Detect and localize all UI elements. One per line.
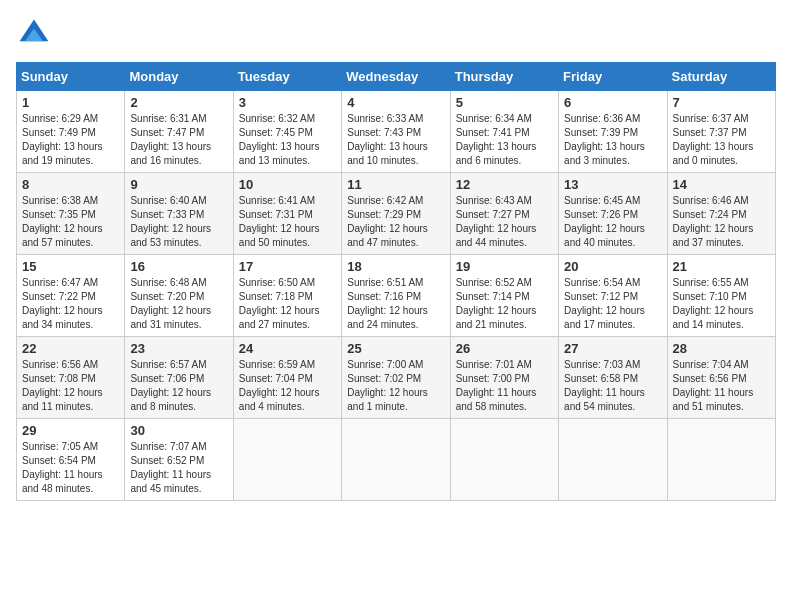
day-number: 10 xyxy=(239,177,336,192)
day-info: Sunrise: 6:55 AM Sunset: 7:10 PM Dayligh… xyxy=(673,276,770,332)
day-info: Sunrise: 7:07 AM Sunset: 6:52 PM Dayligh… xyxy=(130,440,227,496)
day-number: 14 xyxy=(673,177,770,192)
day-number: 22 xyxy=(22,341,119,356)
col-header-thursday: Thursday xyxy=(450,63,558,91)
day-cell-6: 6 Sunrise: 6:36 AM Sunset: 7:39 PM Dayli… xyxy=(559,91,667,173)
day-cell-21: 21 Sunrise: 6:55 AM Sunset: 7:10 PM Dayl… xyxy=(667,255,775,337)
day-number: 23 xyxy=(130,341,227,356)
day-cell-20: 20 Sunrise: 6:54 AM Sunset: 7:12 PM Dayl… xyxy=(559,255,667,337)
day-cell-9: 9 Sunrise: 6:40 AM Sunset: 7:33 PM Dayli… xyxy=(125,173,233,255)
day-info: Sunrise: 6:38 AM Sunset: 7:35 PM Dayligh… xyxy=(22,194,119,250)
day-info: Sunrise: 6:29 AM Sunset: 7:49 PM Dayligh… xyxy=(22,112,119,168)
day-number: 15 xyxy=(22,259,119,274)
day-cell-25: 25 Sunrise: 7:00 AM Sunset: 7:02 PM Dayl… xyxy=(342,337,450,419)
day-info: Sunrise: 6:32 AM Sunset: 7:45 PM Dayligh… xyxy=(239,112,336,168)
day-number: 29 xyxy=(22,423,119,438)
day-info: Sunrise: 7:03 AM Sunset: 6:58 PM Dayligh… xyxy=(564,358,661,414)
day-cell-28: 28 Sunrise: 7:04 AM Sunset: 6:56 PM Dayl… xyxy=(667,337,775,419)
day-cell-14: 14 Sunrise: 6:46 AM Sunset: 7:24 PM Dayl… xyxy=(667,173,775,255)
day-info: Sunrise: 6:31 AM Sunset: 7:47 PM Dayligh… xyxy=(130,112,227,168)
day-info: Sunrise: 6:34 AM Sunset: 7:41 PM Dayligh… xyxy=(456,112,553,168)
day-number: 27 xyxy=(564,341,661,356)
day-number: 18 xyxy=(347,259,444,274)
day-number: 21 xyxy=(673,259,770,274)
empty-cell xyxy=(450,419,558,501)
calendar-week-5: 29 Sunrise: 7:05 AM Sunset: 6:54 PM Dayl… xyxy=(17,419,776,501)
day-cell-24: 24 Sunrise: 6:59 AM Sunset: 7:04 PM Dayl… xyxy=(233,337,341,419)
day-cell-11: 11 Sunrise: 6:42 AM Sunset: 7:29 PM Dayl… xyxy=(342,173,450,255)
day-number: 1 xyxy=(22,95,119,110)
page-header xyxy=(16,16,776,52)
day-info: Sunrise: 6:57 AM Sunset: 7:06 PM Dayligh… xyxy=(130,358,227,414)
col-header-tuesday: Tuesday xyxy=(233,63,341,91)
empty-cell xyxy=(233,419,341,501)
calendar-week-4: 22 Sunrise: 6:56 AM Sunset: 7:08 PM Dayl… xyxy=(17,337,776,419)
day-number: 17 xyxy=(239,259,336,274)
day-info: Sunrise: 6:40 AM Sunset: 7:33 PM Dayligh… xyxy=(130,194,227,250)
day-info: Sunrise: 6:46 AM Sunset: 7:24 PM Dayligh… xyxy=(673,194,770,250)
day-info: Sunrise: 6:42 AM Sunset: 7:29 PM Dayligh… xyxy=(347,194,444,250)
day-cell-7: 7 Sunrise: 6:37 AM Sunset: 7:37 PM Dayli… xyxy=(667,91,775,173)
day-number: 30 xyxy=(130,423,227,438)
day-info: Sunrise: 6:36 AM Sunset: 7:39 PM Dayligh… xyxy=(564,112,661,168)
day-number: 4 xyxy=(347,95,444,110)
day-info: Sunrise: 7:00 AM Sunset: 7:02 PM Dayligh… xyxy=(347,358,444,414)
day-number: 9 xyxy=(130,177,227,192)
day-cell-17: 17 Sunrise: 6:50 AM Sunset: 7:18 PM Dayl… xyxy=(233,255,341,337)
day-info: Sunrise: 6:51 AM Sunset: 7:16 PM Dayligh… xyxy=(347,276,444,332)
col-header-monday: Monday xyxy=(125,63,233,91)
day-cell-13: 13 Sunrise: 6:45 AM Sunset: 7:26 PM Dayl… xyxy=(559,173,667,255)
empty-cell xyxy=(559,419,667,501)
day-cell-15: 15 Sunrise: 6:47 AM Sunset: 7:22 PM Dayl… xyxy=(17,255,125,337)
calendar-week-3: 15 Sunrise: 6:47 AM Sunset: 7:22 PM Dayl… xyxy=(17,255,776,337)
day-number: 19 xyxy=(456,259,553,274)
logo xyxy=(16,16,58,52)
day-cell-27: 27 Sunrise: 7:03 AM Sunset: 6:58 PM Dayl… xyxy=(559,337,667,419)
day-number: 8 xyxy=(22,177,119,192)
day-info: Sunrise: 6:48 AM Sunset: 7:20 PM Dayligh… xyxy=(130,276,227,332)
day-cell-23: 23 Sunrise: 6:57 AM Sunset: 7:06 PM Dayl… xyxy=(125,337,233,419)
day-number: 6 xyxy=(564,95,661,110)
day-number: 7 xyxy=(673,95,770,110)
day-cell-30: 30 Sunrise: 7:07 AM Sunset: 6:52 PM Dayl… xyxy=(125,419,233,501)
day-cell-26: 26 Sunrise: 7:01 AM Sunset: 7:00 PM Dayl… xyxy=(450,337,558,419)
day-info: Sunrise: 7:04 AM Sunset: 6:56 PM Dayligh… xyxy=(673,358,770,414)
day-info: Sunrise: 7:05 AM Sunset: 6:54 PM Dayligh… xyxy=(22,440,119,496)
day-info: Sunrise: 6:47 AM Sunset: 7:22 PM Dayligh… xyxy=(22,276,119,332)
day-info: Sunrise: 6:59 AM Sunset: 7:04 PM Dayligh… xyxy=(239,358,336,414)
day-number: 25 xyxy=(347,341,444,356)
day-number: 5 xyxy=(456,95,553,110)
day-number: 24 xyxy=(239,341,336,356)
day-cell-22: 22 Sunrise: 6:56 AM Sunset: 7:08 PM Dayl… xyxy=(17,337,125,419)
day-cell-16: 16 Sunrise: 6:48 AM Sunset: 7:20 PM Dayl… xyxy=(125,255,233,337)
day-info: Sunrise: 6:50 AM Sunset: 7:18 PM Dayligh… xyxy=(239,276,336,332)
day-info: Sunrise: 6:52 AM Sunset: 7:14 PM Dayligh… xyxy=(456,276,553,332)
logo-icon xyxy=(16,16,52,52)
col-header-friday: Friday xyxy=(559,63,667,91)
day-number: 28 xyxy=(673,341,770,356)
calendar-table: SundayMondayTuesdayWednesdayThursdayFrid… xyxy=(16,62,776,501)
day-number: 2 xyxy=(130,95,227,110)
day-info: Sunrise: 6:45 AM Sunset: 7:26 PM Dayligh… xyxy=(564,194,661,250)
day-info: Sunrise: 6:43 AM Sunset: 7:27 PM Dayligh… xyxy=(456,194,553,250)
day-cell-1: 1 Sunrise: 6:29 AM Sunset: 7:49 PM Dayli… xyxy=(17,91,125,173)
day-info: Sunrise: 6:54 AM Sunset: 7:12 PM Dayligh… xyxy=(564,276,661,332)
col-header-wednesday: Wednesday xyxy=(342,63,450,91)
col-header-saturday: Saturday xyxy=(667,63,775,91)
empty-cell xyxy=(667,419,775,501)
day-cell-18: 18 Sunrise: 6:51 AM Sunset: 7:16 PM Dayl… xyxy=(342,255,450,337)
day-number: 11 xyxy=(347,177,444,192)
day-cell-29: 29 Sunrise: 7:05 AM Sunset: 6:54 PM Dayl… xyxy=(17,419,125,501)
day-number: 16 xyxy=(130,259,227,274)
day-cell-8: 8 Sunrise: 6:38 AM Sunset: 7:35 PM Dayli… xyxy=(17,173,125,255)
calendar-week-2: 8 Sunrise: 6:38 AM Sunset: 7:35 PM Dayli… xyxy=(17,173,776,255)
empty-cell xyxy=(342,419,450,501)
day-cell-12: 12 Sunrise: 6:43 AM Sunset: 7:27 PM Dayl… xyxy=(450,173,558,255)
day-cell-10: 10 Sunrise: 6:41 AM Sunset: 7:31 PM Dayl… xyxy=(233,173,341,255)
day-cell-5: 5 Sunrise: 6:34 AM Sunset: 7:41 PM Dayli… xyxy=(450,91,558,173)
day-number: 13 xyxy=(564,177,661,192)
col-header-sunday: Sunday xyxy=(17,63,125,91)
day-cell-2: 2 Sunrise: 6:31 AM Sunset: 7:47 PM Dayli… xyxy=(125,91,233,173)
day-cell-19: 19 Sunrise: 6:52 AM Sunset: 7:14 PM Dayl… xyxy=(450,255,558,337)
day-info: Sunrise: 6:37 AM Sunset: 7:37 PM Dayligh… xyxy=(673,112,770,168)
